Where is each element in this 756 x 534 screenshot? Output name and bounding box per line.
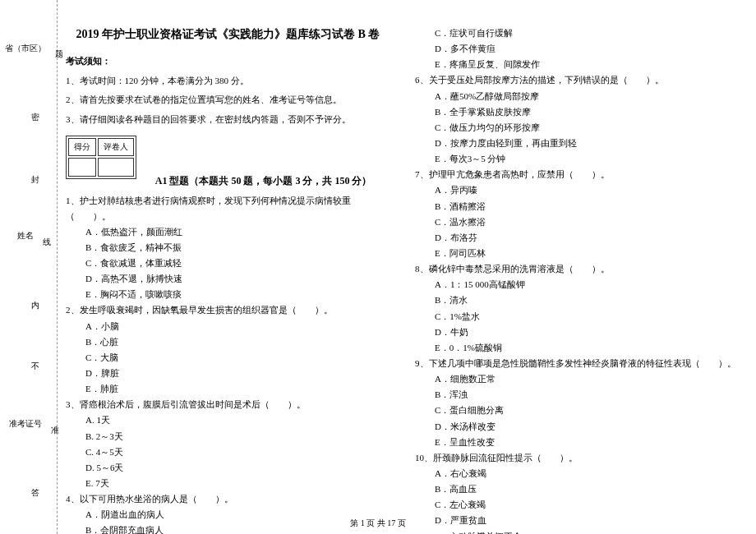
binding-char: 线: [40, 231, 52, 241]
left-column: 2019 年护士职业资格证考试《实践能力》题库练习试卷 B 卷 考试须知： 1、…: [66, 25, 390, 518]
ticket-label: 准考证号: [9, 418, 42, 430]
instruction-2: 2、请首先按要求在试卷的指定位置填写您的姓名、准考证号等信息。: [66, 92, 390, 107]
question-option: A．细胞数正常: [415, 371, 740, 386]
question-stem: 9、下述几项中哪项是急性脱髓鞘性多发性神经炎脑脊液的特征性表现（ ）。: [415, 356, 740, 371]
binding-char: 封: [29, 168, 40, 178]
binding-char: 题: [53, 44, 64, 53]
main-content: 2019 年护士职业资格证考试《实践能力》题库练习试卷 B 卷 考试须知： 1、…: [66, 25, 740, 518]
question-option: B．浑浊: [415, 387, 740, 402]
instruction-3: 3、请仔细阅读各种题目的回答要求，在密封线内答题，否则不予评分。: [66, 112, 390, 127]
score-table: 得分 评卷人: [66, 136, 136, 179]
question-option: D．布洛芬: [415, 230, 740, 245]
question-option: B．酒精擦浴: [415, 199, 740, 214]
right-questions: 6、关于受压处局部按摩方法的描述，下列错误的是（ ）。A．蘸50%乙醇做局部按摩…: [415, 72, 740, 534]
binding-char: 密: [29, 106, 40, 116]
binding-char: 内: [29, 294, 40, 304]
question-option: E．0．1%硫酸铜: [415, 340, 740, 355]
question-option: E．疼痛呈反复、间隙发作: [415, 57, 740, 71]
question-option: C. 4～5天: [66, 444, 390, 459]
question-option: D．高热不退，脉搏快速: [66, 271, 390, 286]
question-option: D．牛奶: [415, 325, 740, 339]
page-footer: 第 1 页 共 17 页: [350, 518, 406, 529]
question-option: A．1：15 000高锰酸钾: [415, 277, 740, 292]
question-option: D. 5～6天: [66, 460, 390, 475]
question-option: C．1%盐水: [415, 309, 740, 324]
question-option: B．心脏: [66, 334, 390, 349]
question-stem: 10、肝颈静脉回流征阳性提示（ ）。: [415, 450, 740, 465]
q5-continued-options: C．症状可自行缓解D．多不伴黄疸E．疼痛呈反复、间隙发作: [415, 25, 740, 71]
left-questions: 1、护士对肺结核患者进行病情观察时，发现下列何种情况提示病情较重（ ）。A．低热…: [66, 193, 390, 534]
question-option: B. 2～3天: [66, 429, 390, 444]
question-option: D．多不伴黄疸: [415, 41, 740, 56]
exam-title: 2019 年护士职业资格证考试《实践能力》题库练习试卷 B 卷: [66, 25, 390, 44]
question-option: C．蛋白细胞分离: [415, 403, 740, 417]
question-option: D．严重贫血: [415, 513, 740, 527]
question-option: D．脾脏: [66, 366, 390, 380]
question-option: B．会阴部充血病人: [66, 522, 390, 534]
score-cell: 得分: [68, 138, 96, 157]
question-option: C．食欲减退，体重减轻: [66, 255, 390, 270]
question-option: C．做压力均匀的环形按摩: [415, 120, 740, 135]
question-stem: 8、磷化锌中毒禁忌采用的洗胃溶液是（ ）。: [415, 261, 740, 276]
question-stem: 6、关于受压处局部按摩方法的描述，下列错误的是（ ）。: [415, 72, 740, 87]
question-option: E．每次3～5 分钟: [415, 151, 740, 166]
question-stem: 4、以下可用热水坐浴的病人是（ ）。: [66, 491, 390, 506]
question-option: D．按摩力度由轻到重，再由重到轻: [415, 136, 740, 150]
right-column: C．症状可自行缓解D．多不伴黄疸E．疼痛呈反复、间隙发作 6、关于受压处局部按摩…: [415, 25, 740, 518]
question-stem: 1、护士对肺结核患者进行病情观察时，发现下列何种情况提示病情较重（ ）。: [66, 193, 390, 223]
binding-char: 准: [48, 419, 60, 429]
question-option: C．大脑: [66, 350, 390, 365]
name-label: 姓名: [17, 230, 34, 242]
question-option: E．阿司匹林: [415, 246, 740, 260]
question-stem: 3、肾癌根治术后，腹膜后引流管拔出时间是术后（ ）。: [66, 397, 390, 412]
binding-char: 答: [29, 481, 40, 491]
question-option: E．胸闷不适，咳嗽咳痰: [66, 287, 390, 302]
question-option: E．主动脉瓣关闭不全: [415, 529, 740, 535]
question-option: A．低热盗汗，颜面潮红: [66, 224, 390, 239]
question-option: B．清水: [415, 292, 740, 307]
section-a1-title: A1 型题（本题共 50 题，每小题 3 分，共 150 分）: [155, 173, 372, 190]
question-option: B．高血压: [415, 481, 740, 496]
instruction-1: 1、考试时间：120 分钟，本卷满分为 380 分。: [66, 73, 390, 88]
question-option: C．温水擦浴: [415, 214, 740, 229]
grader-cell: 评卷人: [98, 138, 134, 157]
question-option: A．小脑: [66, 319, 390, 334]
question-option: A．异丙嗪: [415, 182, 740, 197]
question-option: B．食欲疲乏，精神不振: [66, 240, 390, 255]
question-option: A. 1天: [66, 412, 390, 427]
question-option: C．左心衰竭: [415, 497, 740, 512]
question-option: C．症状可自行缓解: [415, 25, 740, 40]
notice-header: 考试须知：: [66, 53, 390, 68]
question-option: B．全手掌紧贴皮肤按摩: [415, 104, 740, 119]
question-option: D．米汤样改变: [415, 419, 740, 434]
question-stem: 7、护理甲亢危象患者高热时，应禁用（ ）。: [415, 167, 740, 182]
question-option: E．肺脏: [66, 381, 390, 396]
binding-char: 不: [29, 356, 40, 366]
province-label: 省（市区）: [5, 43, 46, 54]
question-option: A．阴道出血的病人: [66, 507, 390, 522]
question-option: E. 7天: [66, 476, 390, 490]
question-stem: 2、发生呼吸衰竭时，因缺氧最早发生损害的组织器官是（ ）。: [66, 302, 390, 317]
binding-margin: 题 省（市区） 密 封 线 姓名 内 不 准 准考证号 答: [12, 0, 58, 534]
question-option: E．呈血性改变: [415, 435, 740, 449]
question-option: A．右心衰竭: [415, 466, 740, 481]
question-option: A．蘸50%乙醇做局部按摩: [415, 89, 740, 104]
